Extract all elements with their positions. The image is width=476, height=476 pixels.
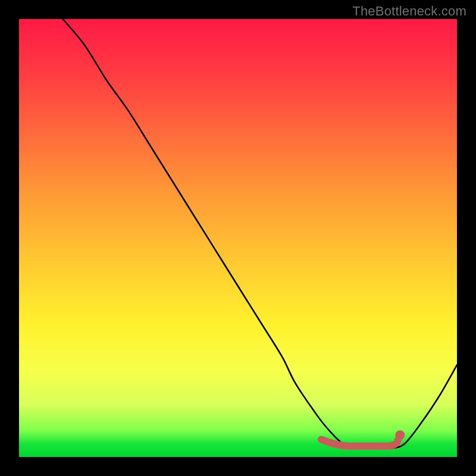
curve-layer — [19, 19, 457, 457]
highlight-range — [321, 435, 400, 446]
watermark-text: TheBottleneck.com — [352, 4, 466, 19]
bottleneck-curve — [63, 19, 457, 449]
plot-area — [19, 19, 457, 457]
chart-frame: TheBottleneck.com — [0, 0, 476, 476]
highlight-end-dot — [395, 430, 405, 440]
